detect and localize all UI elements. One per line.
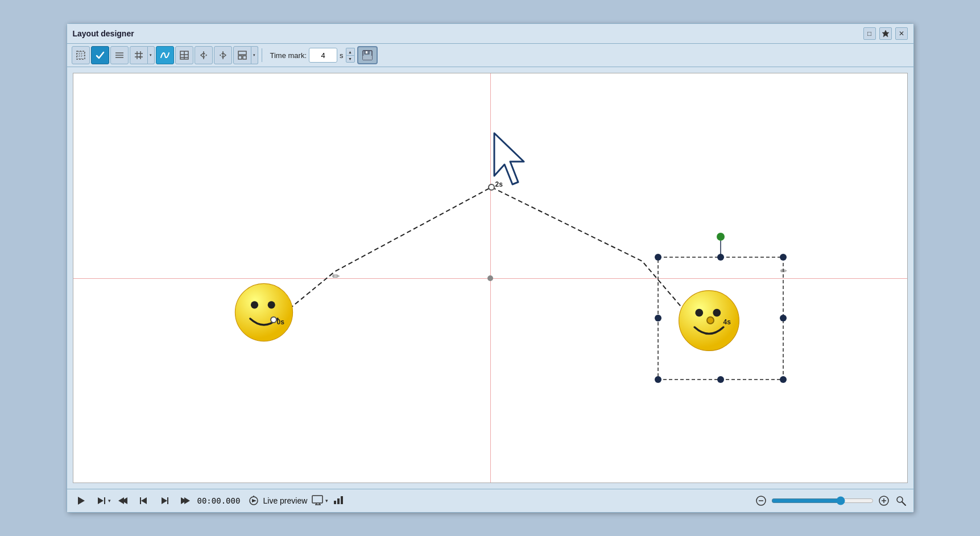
select-tool-button[interactable]	[72, 46, 90, 64]
layout-designer-window: Layout designer □ ✕	[67, 23, 914, 513]
selection-box-svg	[73, 73, 907, 483]
zoom-slider[interactable]	[771, 496, 874, 505]
svg-point-31	[713, 309, 721, 317]
wave-icon	[160, 50, 170, 60]
select-icon	[76, 50, 86, 60]
path-edit-icon-2: ✏	[780, 266, 787, 275]
table-tool-button[interactable]	[175, 46, 193, 64]
svg-rect-50	[334, 501, 336, 504]
pin-icon	[882, 30, 890, 38]
grid-tool-dropdown-arrow[interactable]: ▾	[148, 46, 155, 64]
path-out-icon	[218, 50, 228, 60]
time-mark-label: Time mark:	[270, 51, 307, 60]
monitor-dropdown-arrow[interactable]: ▾	[325, 498, 328, 504]
zoom-fit-button[interactable]	[894, 494, 908, 508]
zoom-in-button[interactable]	[877, 494, 891, 508]
smiley-2-center-dot	[706, 316, 714, 324]
title-bar-controls: □ ✕	[863, 27, 908, 40]
live-preview-section[interactable]: Live preview	[247, 496, 308, 506]
svg-point-26	[235, 283, 292, 341]
bottom-bar: ▾	[67, 489, 913, 512]
path-in-icon	[199, 50, 209, 60]
save-button[interactable]	[357, 46, 378, 64]
time-mark-increment[interactable]: ▲	[346, 48, 355, 55]
canvas-area: ✏ ✏	[67, 67, 913, 489]
prev-frame-button[interactable]	[136, 493, 152, 509]
svg-marker-37	[141, 497, 147, 504]
motion-path	[278, 187, 693, 321]
maximize-button[interactable]: □	[863, 27, 876, 40]
zoom-fit-icon	[895, 495, 907, 506]
toolbar-separator	[262, 48, 262, 62]
canvas[interactable]: ✏ ✏	[73, 73, 908, 483]
motion-path-svg: ✏ ✏	[73, 73, 907, 483]
fast-forward-button[interactable]	[177, 493, 193, 509]
close-button[interactable]: ✕	[895, 27, 908, 40]
midpoint-label: 2s	[495, 180, 503, 188]
path-tool-1-button[interactable]	[195, 46, 213, 64]
handle-tl	[655, 254, 661, 261]
play-icon	[76, 496, 86, 506]
title-bar-left: Layout designer	[73, 29, 134, 38]
playback-dropdown-arrow[interactable]: ▾	[108, 498, 111, 504]
window-title: Layout designer	[73, 29, 134, 38]
zoom-out-button[interactable]	[754, 494, 768, 508]
cursor-arrow	[494, 133, 524, 184]
layout-tool-button[interactable]	[233, 46, 251, 64]
align-icon	[114, 50, 125, 60]
grid-tool-combo: + ▾	[130, 46, 155, 64]
svg-marker-32	[78, 497, 85, 505]
svg-point-30	[695, 309, 703, 317]
monitor-icon	[312, 495, 324, 505]
monitor-button[interactable]	[312, 495, 324, 507]
time-mark-decrement[interactable]: ▼	[346, 55, 355, 63]
svg-rect-20	[238, 56, 242, 59]
svg-rect-21	[243, 56, 246, 59]
svg-point-27	[250, 301, 258, 308]
svg-rect-25	[363, 56, 372, 60]
zoom-controls	[754, 494, 908, 508]
smiley-1-label: 0s	[277, 318, 284, 326]
handle-bl	[655, 376, 661, 383]
prev-frame-icon	[139, 496, 149, 506]
path-tool-2-button[interactable]	[214, 46, 232, 64]
grid-icon: +	[134, 50, 144, 60]
move-icon	[95, 50, 105, 60]
next-frame-icon	[159, 496, 169, 506]
zoom-in-icon	[878, 495, 890, 506]
svg-line-59	[902, 502, 905, 505]
stats-button[interactable]	[333, 495, 345, 507]
step-forward-button[interactable]	[93, 493, 109, 509]
next-frame-button[interactable]	[156, 493, 172, 509]
rewind-button[interactable]	[115, 493, 131, 509]
smiley-1-svg	[233, 281, 295, 344]
zoom-out-icon	[755, 495, 767, 506]
handle-bm	[717, 376, 724, 383]
svg-marker-33	[98, 497, 104, 504]
smiley-1	[233, 281, 295, 344]
wave-tool-button[interactable]	[156, 46, 174, 64]
save-icon	[362, 50, 373, 61]
move-tool-button[interactable]	[91, 46, 109, 64]
svg-marker-39	[162, 497, 167, 504]
crosshair-vertical	[490, 73, 491, 483]
handle-br	[780, 376, 787, 383]
svg-marker-44	[252, 499, 257, 502]
crosshair-horizontal	[73, 278, 907, 279]
svg-text:+: +	[138, 55, 140, 59]
live-preview-icon	[247, 496, 260, 506]
pin-button[interactable]	[879, 27, 892, 40]
handle-tm	[717, 254, 724, 261]
align-tool-button[interactable]	[110, 46, 129, 64]
title-bar: Layout designer □ ✕	[67, 24, 913, 44]
svg-marker-42	[184, 497, 190, 504]
table-icon	[179, 50, 189, 60]
time-mark-input[interactable]	[309, 48, 337, 63]
handle-rotate	[717, 233, 725, 241]
step-forward-icon	[96, 496, 106, 506]
layout-tool-dropdown-arrow[interactable]: ▾	[251, 46, 258, 64]
svg-rect-52	[341, 496, 343, 504]
play-button[interactable]	[73, 493, 89, 509]
grid-tool-button[interactable]: +	[130, 46, 148, 64]
live-preview-label: Live preview	[263, 496, 308, 505]
